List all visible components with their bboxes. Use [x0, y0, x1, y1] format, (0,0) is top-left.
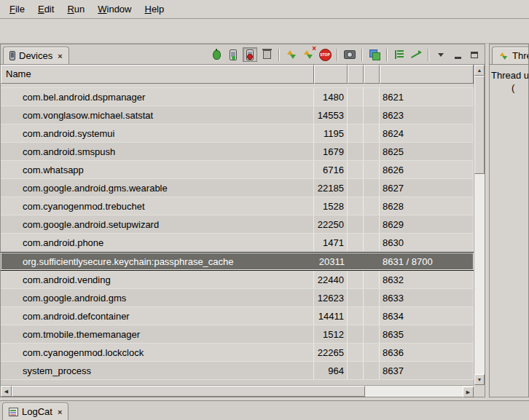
method-profiling-icon[interactable] [409, 47, 423, 62]
minimize-icon[interactable] [450, 47, 465, 62]
threads-message-line2: ( [491, 82, 527, 94]
row-name: com.android.systemui [1, 124, 314, 142]
table-row[interactable]: com.cyanogenmod.trebuchet 1528 8628 [1, 197, 474, 215]
table-row[interactable]: system_process 964 8637 [1, 362, 474, 380]
table-row[interactable]: com.google.android.setupwizard 22250 862… [1, 215, 474, 234]
menu-bar: File Edit Run Window Help [0, 0, 529, 19]
tab-logcat-label: LogCat [22, 406, 52, 417]
stop-process-icon[interactable]: STOP [318, 47, 332, 62]
row-pid: 1528 [314, 197, 348, 215]
hierarchy-view-icon[interactable] [392, 47, 407, 62]
row-blank-cell [348, 362, 364, 379]
column-header-blank[interactable] [364, 65, 380, 84]
row-blank-cell [348, 253, 364, 270]
table-row[interactable]: com.whatsapp 6716 8626 [1, 161, 474, 179]
row-name: system_process [1, 362, 314, 379]
row-blank-cell [348, 344, 364, 361]
table-row[interactable]: com.android.defcontainer 14411 8634 [1, 307, 474, 325]
column-header-port[interactable] [380, 65, 474, 84]
menu-help[interactable]: Help [138, 1, 171, 17]
update-heap-icon[interactable] [226, 47, 240, 62]
row-blank-cell [348, 215, 364, 233]
devices-tabbar: Devices × × STOP [1, 44, 485, 65]
scroll-right-icon[interactable]: ▶ [463, 387, 474, 397]
stop-thread-updates-icon[interactable]: × [301, 47, 316, 62]
table-row[interactable]: com.tmobile.thememanager 1512 8635 [1, 325, 474, 344]
row-blank-cell [364, 362, 380, 379]
screen-capture-icon[interactable] [342, 47, 357, 62]
table-row[interactable]: com.android.vending 22440 8632 [1, 271, 474, 289]
logcat-icon [9, 408, 18, 416]
row-blank-cell [364, 325, 380, 343]
table-row[interactable]: com.bel.android.dspmanager 1480 8621 [1, 88, 474, 106]
row-name: com.android.smspush [1, 143, 314, 160]
row-pid: 22265 [314, 344, 348, 361]
table-row[interactable]: org.sufficientlysecure.keychain:passphra… [1, 252, 474, 271]
update-threads-icon[interactable] [284, 47, 299, 62]
threads-view: Threads Thread up ( [489, 44, 529, 397]
horizontal-scrollbar[interactable]: ◀ ▶ [1, 385, 474, 397]
toolbar-separator [337, 49, 338, 61]
row-pid: 1195 [314, 124, 348, 142]
row-port: 8629 [380, 215, 474, 233]
scroll-down-icon[interactable]: ▼ [474, 374, 485, 385]
table-row[interactable]: com.google.android.gms 12623 8633 [1, 289, 474, 307]
table-row[interactable]: com.vonglasow.michael.satstat 14553 8623 [1, 106, 474, 124]
row-pid: 964 [314, 362, 348, 379]
close-icon[interactable]: × [58, 52, 62, 60]
cause-gc-icon[interactable] [259, 47, 274, 62]
table-row[interactable]: com.android.smspush 1679 8625 [1, 143, 474, 161]
debug-process-icon[interactable] [209, 47, 224, 62]
scroll-left-icon[interactable]: ◀ [1, 386, 12, 397]
row-pid: 14411 [314, 307, 348, 325]
tab-devices[interactable]: Devices × [3, 47, 69, 65]
menu-run[interactable]: Run [60, 1, 91, 17]
threads-message-line1: Thread up [491, 69, 527, 82]
table-row[interactable]: com.cyanogenmod.lockclock 22265 8636 [1, 344, 474, 362]
threads-tabbar: Threads [490, 44, 528, 65]
column-header-name[interactable]: Name [1, 65, 314, 84]
row-pid: 22250 [314, 215, 348, 233]
menu-file[interactable]: File [3, 1, 31, 17]
scroll-up-icon[interactable]: ▲ [474, 65, 485, 76]
vertical-scrollbar[interactable]: ▲ ▼ [474, 65, 485, 385]
vertical-scrollbar-thumb[interactable] [474, 76, 485, 174]
row-port: 8630 [380, 234, 474, 251]
table-row[interactable]: com.android.systemui 1195 8624 [1, 124, 474, 143]
row-blank-cell [348, 143, 364, 160]
table-row[interactable]: com.google.android.gms.wearable 22185 86… [1, 179, 474, 197]
row-blank-cell [348, 197, 364, 215]
row-blank-cell [348, 106, 364, 124]
horizontal-scrollbar-thumb[interactable] [12, 386, 365, 397]
toolbar-separator [361, 49, 363, 61]
row-port: 8635 [380, 325, 474, 343]
maximize-icon[interactable] [467, 47, 482, 62]
row-name: org.sufficientlysecure.keychain:passphra… [1, 253, 314, 270]
row-port: 8623 [380, 106, 474, 124]
device-icon [9, 51, 15, 60]
tab-threads[interactable]: Threads [492, 47, 528, 65]
table-row[interactable]: com.android.phone 1471 8630 [1, 234, 474, 252]
row-name: com.tmobile.thememanager [1, 325, 314, 343]
column-header-pid[interactable] [314, 65, 348, 84]
menu-edit[interactable]: Edit [31, 1, 60, 17]
row-port: 8627 [380, 179, 474, 197]
row-pid: 1480 [314, 88, 348, 106]
device-table-body: com.bel.android.dspmanager 1480 8621 com… [1, 84, 474, 385]
row-port: 8633 [380, 289, 474, 306]
row-blank-cell [348, 88, 364, 106]
column-header-blank[interactable] [348, 65, 364, 84]
row-blank-cell [364, 179, 380, 197]
row-port: 8628 [380, 197, 474, 215]
view-menu-icon[interactable] [434, 47, 448, 62]
row-port: 8634 [380, 307, 474, 325]
tab-logcat[interactable]: LogCat × [2, 403, 68, 420]
row-name: com.bel.android.dspmanager [1, 88, 314, 106]
menu-window[interactable]: Window [91, 1, 138, 17]
row-pid: 1679 [314, 143, 348, 160]
row-name: com.google.android.setupwizard [1, 215, 314, 233]
dump-hprof-icon[interactable] [243, 47, 257, 62]
close-icon[interactable]: × [58, 408, 62, 416]
system-trace-icon[interactable] [367, 47, 382, 62]
row-blank-cell [348, 234, 364, 251]
